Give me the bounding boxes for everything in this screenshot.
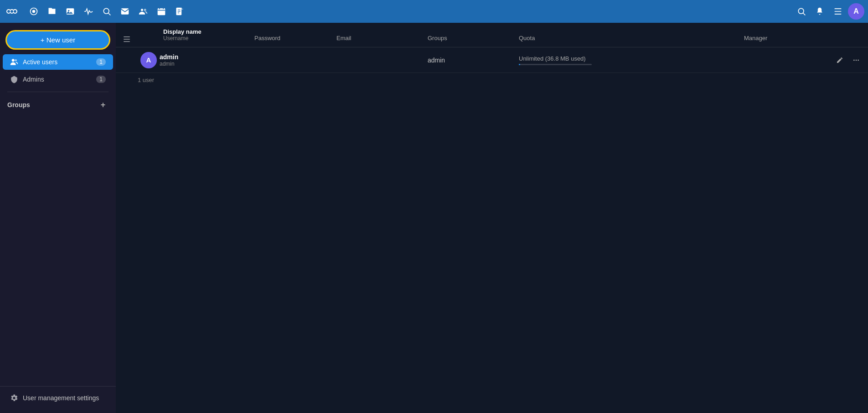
user-count: 1 user: [116, 73, 868, 87]
admins-icon: [10, 75, 18, 83]
groups-section-header: Groups +: [0, 96, 116, 114]
activity-nav-icon[interactable]: [80, 3, 97, 20]
groups-header: Groups: [424, 33, 515, 43]
files-nav-icon[interactable]: [44, 3, 60, 20]
svg-point-28: [12, 59, 15, 62]
dashboard-nav-icon[interactable]: [26, 3, 42, 20]
photos-nav-icon[interactable]: [62, 3, 78, 20]
svg-rect-25: [835, 8, 842, 9]
svg-rect-15: [158, 8, 165, 15]
notes-nav-icon[interactable]: [171, 3, 188, 20]
table-header: Display name Username Password Email Gro…: [116, 23, 868, 47]
user-avatar[interactable]: A: [848, 3, 864, 20]
settings-label: User management settings: [23, 394, 99, 402]
svg-line-24: [803, 13, 806, 15]
settings-icon: [10, 394, 18, 402]
calendar-nav-icon[interactable]: [153, 3, 170, 20]
topbar: A: [0, 0, 868, 23]
more-options-button[interactable]: [849, 53, 863, 67]
svg-point-4: [14, 10, 16, 13]
svg-point-14: [144, 9, 146, 11]
table-body: A admin admin admin Unlimited (36.8 MB u…: [116, 47, 868, 413]
display-name-header: Display name Username: [160, 26, 251, 43]
admins-count: 1: [96, 76, 106, 83]
password-header: Password: [251, 33, 333, 43]
table-row: A admin admin admin Unlimited (36.8 MB u…: [116, 47, 868, 73]
mail-nav-icon[interactable]: [117, 3, 133, 20]
sidebar-divider: [7, 92, 108, 92]
display-name-cell: admin admin: [160, 53, 251, 67]
manager-header: Manager: [740, 33, 832, 43]
svg-point-10: [103, 8, 109, 14]
svg-point-23: [798, 8, 804, 14]
sidebar-item-admins[interactable]: Admins 1: [3, 72, 113, 87]
sidebar-item-active-users[interactable]: Active users 1: [3, 54, 113, 70]
add-group-button[interactable]: +: [98, 99, 108, 110]
quota-bar-background: [519, 64, 592, 65]
svg-rect-27: [835, 14, 842, 15]
avatar: A: [140, 52, 157, 68]
active-users-icon: [10, 58, 18, 66]
svg-rect-30: [124, 36, 130, 37]
new-user-button[interactable]: + New user: [5, 30, 110, 50]
search-icon[interactable]: [793, 3, 810, 20]
groups-label: Groups: [7, 101, 98, 108]
svg-point-13: [141, 9, 143, 11]
quota-cell: Unlimited (36.8 MB used): [515, 55, 740, 65]
svg-line-11: [108, 13, 111, 15]
svg-rect-32: [124, 41, 130, 42]
active-users-label: Active users: [23, 58, 92, 66]
toggle-columns-button[interactable]: [116, 35, 138, 43]
app-logo[interactable]: [4, 3, 20, 20]
svg-point-34: [856, 59, 857, 61]
edit-user-button[interactable]: [832, 53, 847, 67]
notifications-icon[interactable]: [811, 3, 828, 20]
email-header: Email: [333, 33, 424, 43]
svg-rect-31: [124, 39, 130, 40]
quota-header: Quota: [515, 33, 740, 43]
active-users-count: 1: [96, 58, 106, 66]
svg-point-29: [15, 59, 17, 62]
svg-point-9: [68, 10, 69, 11]
row-actions: [832, 53, 868, 67]
svg-point-35: [858, 59, 859, 61]
search-app-icon[interactable]: [98, 3, 115, 20]
svg-point-5: [10, 10, 13, 13]
sidebar: + New user Active users 1 Admins 1 Group…: [0, 23, 116, 413]
svg-point-3: [7, 10, 10, 13]
admins-label: Admins: [23, 76, 92, 83]
svg-point-6: [32, 10, 36, 13]
contacts-menu-icon[interactable]: [830, 3, 846, 20]
groups-cell: admin: [424, 57, 515, 64]
user-avatar-cell: A: [138, 52, 160, 68]
user-management-settings-item[interactable]: User management settings: [3, 390, 113, 406]
main-layout: + New user Active users 1 Admins 1 Group…: [0, 23, 868, 413]
svg-point-33: [853, 59, 855, 61]
svg-rect-26: [835, 11, 842, 12]
quota-bar-fill: [519, 64, 520, 65]
contacts-nav-icon[interactable]: [135, 3, 151, 20]
sidebar-bottom: User management settings: [0, 386, 116, 409]
main-content: Display name Username Password Email Gro…: [116, 23, 868, 413]
